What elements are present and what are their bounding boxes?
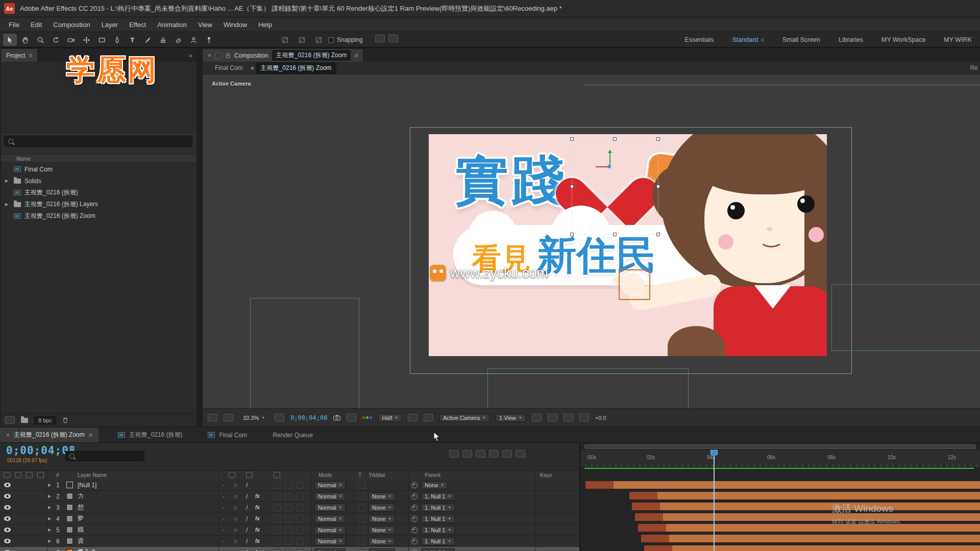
clone-stamp-tool-icon[interactable] [156, 34, 170, 46]
layer-row[interactable]: ▶2力·◇/fxNormal▼None▼1. Null 1▼ [0, 491, 579, 502]
trkmat-dropdown[interactable]: None▼ [369, 537, 395, 545]
parent-dropdown[interactable]: None▼ [421, 481, 448, 489]
layer-color-chip[interactable] [66, 547, 73, 551]
preview-timecode[interactable]: 0;00;04;08 [290, 414, 327, 421]
av-features-icon[interactable]: · [223, 513, 225, 524]
project-item[interactable]: 主視覺_0216 (拆層) [1, 187, 197, 198]
camera-view-dropdown[interactable]: Active Camera▼ [439, 414, 489, 422]
motion-blur-toggle[interactable] [296, 502, 303, 513]
workspace-my-wirk[interactable]: MY WIRK [944, 36, 972, 43]
fx-badge[interactable]: fx [255, 513, 260, 524]
menu-window[interactable]: Window [218, 19, 253, 31]
lock-toggle[interactable] [36, 480, 46, 490]
solo-toggle[interactable] [24, 524, 35, 535]
parent-pickwhip-icon[interactable] [411, 538, 418, 544]
lock-toggle[interactable] [36, 513, 46, 524]
preserve-transparency-toggle[interactable] [358, 513, 365, 524]
view-layout-2-icon[interactable] [548, 414, 557, 421]
parent-dropdown[interactable]: 1. Null 1▼ [421, 537, 455, 545]
current-time-indicator-line[interactable] [714, 450, 715, 551]
interpret-footage-icon[interactable] [5, 416, 15, 424]
shy-icon[interactable]: / [246, 536, 248, 546]
effect-toggle[interactable] [285, 536, 292, 546]
twirl-icon[interactable]: ▶ [48, 502, 51, 513]
close-icon[interactable]: × [208, 52, 211, 59]
comp-mini-flowchart-icon[interactable] [449, 450, 459, 458]
effect-toggle[interactable] [285, 480, 292, 490]
rotate-tool-icon[interactable] [49, 34, 63, 46]
eye-icon[interactable] [2, 513, 12, 524]
trkmat-dropdown[interactable]: None▼ [369, 526, 395, 534]
effect-toggle[interactable] [285, 491, 292, 502]
shy-icon[interactable]: / [246, 513, 248, 524]
number-column-label[interactable]: # [56, 472, 59, 478]
frame-blending-icon[interactable] [489, 450, 499, 458]
hand-tool-icon[interactable] [18, 34, 32, 46]
project-item[interactable]: ▶Solids [1, 175, 197, 187]
timeline-nav-bar[interactable] [584, 444, 976, 449]
parent-dropdown[interactable]: 1. Null 1▼ [421, 492, 455, 500]
time-ruler[interactable]: :00s02s04s06s08s10s12s [580, 450, 980, 468]
collapse-icon[interactable]: ◇ [234, 524, 237, 535]
pen-tool-icon[interactable] [110, 34, 124, 46]
view-layout-3-icon[interactable] [564, 414, 573, 421]
tab-project[interactable]: Project ≡ [1, 49, 37, 62]
parent-pickwhip-icon[interactable] [411, 516, 418, 522]
snapshot-camera-icon[interactable] [333, 415, 340, 420]
fx-badge[interactable]: fx [255, 524, 260, 535]
project-bit-depth[interactable]: 8 bpc [34, 416, 56, 424]
menu-file[interactable]: File [3, 19, 25, 31]
solo-toggle[interactable] [24, 502, 35, 513]
layer-name[interactable]: 力 [78, 491, 84, 502]
av-features-icon[interactable]: · [223, 524, 225, 535]
lock-toggle[interactable] [36, 524, 46, 535]
quality-toggle[interactable] [274, 502, 281, 513]
region-of-interest-icon[interactable] [408, 414, 418, 421]
menu-composition[interactable]: Composition [47, 19, 95, 31]
pan-behind-tool-icon[interactable] [80, 34, 93, 46]
timeline-search-input[interactable] [65, 451, 144, 461]
mode-dropdown[interactable]: Normal▼ [314, 481, 346, 489]
layer-name[interactable]: 愛心 2 [78, 547, 95, 551]
trkmat-dropdown[interactable]: None▼ [369, 492, 395, 500]
mode-dropdown[interactable]: Normal▼ [314, 537, 346, 545]
timeline-tab[interactable]: Render Queue [266, 428, 319, 442]
menu-layer[interactable]: Layer [96, 19, 124, 31]
lock-toggle[interactable] [36, 491, 46, 502]
layer-row[interactable]: ▶3想·◇/fxNormal▼None▼1. Null 1▼ [0, 502, 579, 513]
type-tool-icon[interactable]: T [126, 34, 139, 46]
workspace-standard[interactable]: Standard≡ [732, 36, 764, 43]
show-channel-icon[interactable] [362, 416, 372, 419]
motion-blur-toggle[interactable] [296, 524, 303, 535]
mode-dropdown[interactable]: Normal▼ [314, 526, 346, 534]
snapping-checkbox[interactable] [328, 37, 334, 43]
twirl-icon[interactable]: ▶ [48, 513, 51, 524]
audio-toggle[interactable] [13, 536, 23, 546]
hide-shy-layers-icon[interactable] [476, 450, 485, 458]
eraser-tool-icon[interactable] [172, 34, 185, 46]
shy-icon[interactable]: / [246, 491, 248, 502]
motion-blur-toggle[interactable] [296, 547, 303, 551]
panel-menu-icon[interactable]: ≡ [29, 52, 32, 59]
layer-name[interactable]: 資 [78, 536, 84, 546]
lock-toggle[interactable] [36, 547, 46, 551]
audio-toggle[interactable] [13, 491, 23, 502]
eye-icon[interactable] [2, 524, 12, 535]
project-columns-header[interactable]: Name [1, 154, 197, 163]
av-features-icon[interactable]: · [223, 502, 225, 513]
av-features-icon[interactable]: · [223, 480, 225, 490]
close-icon[interactable]: × [6, 432, 10, 439]
parent-dropdown[interactable]: 1. Null 1▼ [421, 526, 455, 534]
trash-icon[interactable] [62, 417, 68, 423]
panel-menu-icon[interactable]: ≡ [89, 432, 92, 439]
layer-name[interactable]: 夢 [78, 513, 84, 524]
layer-duration-bar[interactable] [635, 513, 980, 521]
preserve-transparency-toggle[interactable] [358, 536, 365, 546]
layer-name-column-label[interactable]: Layer Name [78, 472, 107, 478]
timeline-tab[interactable]: Final Com [202, 428, 253, 442]
ruler-icon[interactable] [275, 414, 284, 421]
quality-toggle[interactable] [274, 480, 281, 490]
mode-column-label[interactable]: Mode [318, 472, 332, 478]
layer-duration-bar[interactable] [629, 492, 980, 499]
twirl-icon[interactable]: ▶ [48, 547, 51, 551]
